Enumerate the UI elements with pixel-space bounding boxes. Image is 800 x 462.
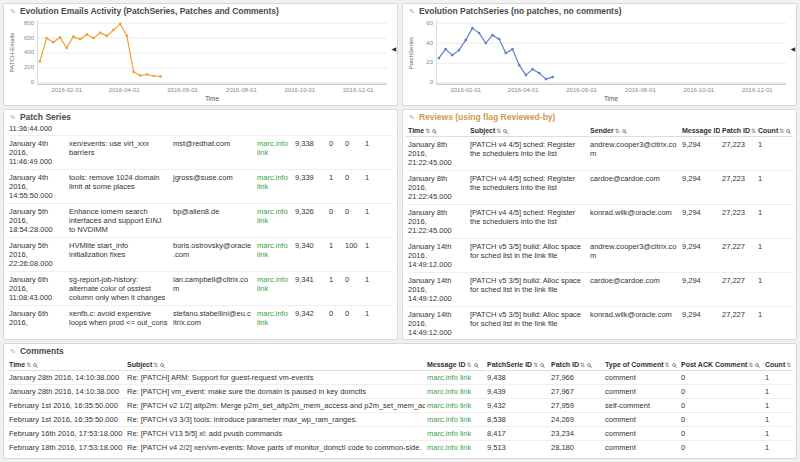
- filter-icon[interactable]: [622, 129, 626, 133]
- x-tick: 2016-04-01: [109, 87, 140, 93]
- count-cell: 1: [363, 169, 394, 203]
- column-label: Count: [765, 361, 785, 368]
- table-row: January 6th 2016, xenfb.c: avoid expensi…: [7, 305, 394, 330]
- count-cell: 1: [756, 239, 793, 273]
- type-of-comment-cell: comment: [603, 413, 679, 427]
- patchseries-line-chart-svg: [437, 20, 786, 84]
- column-header-time[interactable]: Time⇅: [406, 125, 468, 137]
- panel-title: Evolution Emails Activity (PatchSeries, …: [20, 7, 279, 17]
- comments-table-container[interactable]: Time⇅ Subject⇅ Message ID⇅ PatchSerie ID…: [4, 359, 796, 458]
- message-id-cell: 9,340: [293, 237, 327, 271]
- subject-cell: Re: [PATCH v4 2/2] xen/vm-events: Move p…: [125, 441, 425, 455]
- numeric-cell: 0: [343, 203, 363, 237]
- sort-icon[interactable]: ⇅: [748, 362, 753, 368]
- sort-icon[interactable]: ⇅: [665, 362, 670, 368]
- marc-info-link[interactable]: marc.info link: [257, 173, 288, 191]
- sort-icon[interactable]: ⇅: [467, 362, 472, 368]
- post-ack-cell: 0: [679, 413, 763, 427]
- marc-info-link[interactable]: marc.info link: [257, 207, 288, 225]
- column-header-count[interactable]: Count⇅: [763, 359, 793, 371]
- panel-header[interactable]: ✎ Reviews (using flag Reviewed-by): [403, 110, 796, 125]
- column-header-type-of-comment[interactable]: Type of Comment⇅: [603, 359, 679, 371]
- message-id-cell: marc.info link: [425, 441, 485, 455]
- sort-icon[interactable]: ⇅: [496, 128, 501, 134]
- filter-icon[interactable]: [503, 129, 507, 133]
- sort-icon[interactable]: ⇅: [751, 128, 756, 134]
- filter-icon[interactable]: [33, 363, 37, 367]
- row-time: 14:49:12.000: [408, 260, 452, 269]
- patchserie-id-cell: 9,432: [485, 399, 549, 413]
- filter-icon[interactable]: [672, 363, 676, 367]
- panel-header[interactable]: ✎ Evolution Emails Activity (PatchSeries…: [4, 4, 397, 19]
- count-cell: 1: [763, 371, 793, 385]
- column-header-post-ack-comment[interactable]: Post ACK Comment⇅: [679, 359, 763, 371]
- patch-series-table-container[interactable]: 11:36:44.000 January 4th 2016,11:46:49.0…: [4, 125, 397, 339]
- panel-header[interactable]: ✎ Patch Series: [4, 110, 397, 125]
- collapse-panel-icon[interactable]: ◀: [391, 46, 396, 52]
- column-header-sender[interactable]: Sender⇅: [588, 125, 680, 137]
- sort-icon[interactable]: ⇅: [580, 362, 585, 368]
- type-of-comment-cell: comment: [603, 427, 679, 441]
- sort-icon[interactable]: ⇅: [615, 128, 620, 134]
- marc-info-link[interactable]: marc.info link: [257, 139, 288, 157]
- marc-info-link[interactable]: marc.info link: [427, 429, 471, 438]
- marc-info-link[interactable]: marc.info link: [427, 415, 471, 424]
- panel-header[interactable]: ✎ Comments: [4, 344, 796, 359]
- kibana-dashboard: ✎ Evolution Emails Activity (PatchSeries…: [0, 0, 800, 462]
- collapse-panel-icon[interactable]: ◀: [790, 46, 795, 52]
- panel-header[interactable]: ✎ Evolution PatchSeries (no patches, no …: [403, 4, 796, 19]
- column-header-message-id[interactable]: Message ID⇅: [680, 125, 720, 137]
- patchserie-id-cell: 9,513: [485, 441, 549, 455]
- column-header-time[interactable]: Time⇅: [7, 359, 125, 371]
- sort-icon[interactable]: ⇅: [533, 362, 538, 368]
- filter-icon[interactable]: [786, 129, 790, 133]
- row-date: January 14th 2016,: [408, 242, 451, 260]
- column-header-subject[interactable]: Subject⇅: [468, 125, 588, 137]
- marc-info-link[interactable]: marc.info link: [427, 443, 471, 452]
- marc-info-link[interactable]: marc.info link: [257, 309, 288, 327]
- patchseries-line-chart[interactable]: [436, 20, 786, 85]
- column-header-count[interactable]: Count⇅: [756, 125, 793, 137]
- table-row: January 14th 2016,14:49:12.000 [PATCH v5…: [406, 307, 793, 339]
- filter-icon[interactable]: [587, 363, 591, 367]
- y-tick: 200: [24, 64, 34, 70]
- marc-info-link[interactable]: marc.info link: [257, 275, 288, 293]
- column-header-subject[interactable]: Subject⇅: [125, 359, 425, 371]
- sender-cell: mst@redhat.com: [171, 135, 255, 169]
- sort-icon[interactable]: ⇅: [425, 128, 430, 134]
- reviews-table-container[interactable]: Time⇅ Subject⇅ Sender⇅ Message ID⇅ Patch…: [403, 125, 796, 339]
- filter-icon[interactable]: [160, 363, 164, 367]
- marc-info-link[interactable]: marc.info link: [427, 401, 471, 410]
- message-id-cell: 9,339: [293, 169, 327, 203]
- sort-icon[interactable]: ⇅: [26, 362, 31, 368]
- patch-id-cell: 23,234: [549, 427, 603, 441]
- column-header-patchserie-id[interactable]: PatchSerie ID⇅: [485, 359, 549, 371]
- sort-icon[interactable]: ⇅: [786, 362, 791, 368]
- marc-info-link[interactable]: marc.info link: [427, 373, 471, 382]
- time-cell: February 16th 2016, 17:53:18.000: [7, 427, 125, 441]
- sort-icon[interactable]: ⇅: [153, 362, 158, 368]
- panel-title: Patch Series: [20, 113, 71, 123]
- filter-icon[interactable]: [540, 363, 544, 367]
- filter-icon[interactable]: [432, 129, 436, 133]
- row-date: January 14th 2016,: [408, 276, 451, 294]
- filter-icon[interactable]: [474, 363, 478, 367]
- panel-patch-series: ✎ Patch Series 11:36:44.000 January 4th …: [3, 109, 398, 340]
- row-time: 14:49:12.000: [408, 294, 452, 303]
- post-ack-cell: 0: [679, 441, 763, 455]
- emails-line-chart[interactable]: [37, 20, 387, 85]
- subject-cell: Re: [PATCH V13 5/5] xl: add pvusb comman…: [125, 427, 425, 441]
- marc-info-link[interactable]: marc.info link: [257, 241, 288, 259]
- numeric-cell: 0: [343, 135, 363, 169]
- count-cell: 1: [756, 137, 793, 171]
- column-header-patch-id[interactable]: Patch ID⇅: [549, 359, 603, 371]
- sort-icon[interactable]: ⇅: [779, 128, 784, 134]
- numeric-cell: 0: [343, 169, 363, 203]
- x-axis-ticks: 2016-02-01 2016-04-01 2016-06-01 2016-08…: [436, 85, 786, 95]
- column-header-message-id[interactable]: Message ID⇅: [425, 359, 485, 371]
- column-header-patch-id[interactable]: Patch ID⇅: [720, 125, 756, 137]
- marc-info-link[interactable]: marc.info link: [427, 387, 471, 396]
- message-id-cell: 9,294: [680, 273, 720, 307]
- count-cell: 1: [763, 427, 793, 441]
- filter-icon[interactable]: [755, 363, 759, 367]
